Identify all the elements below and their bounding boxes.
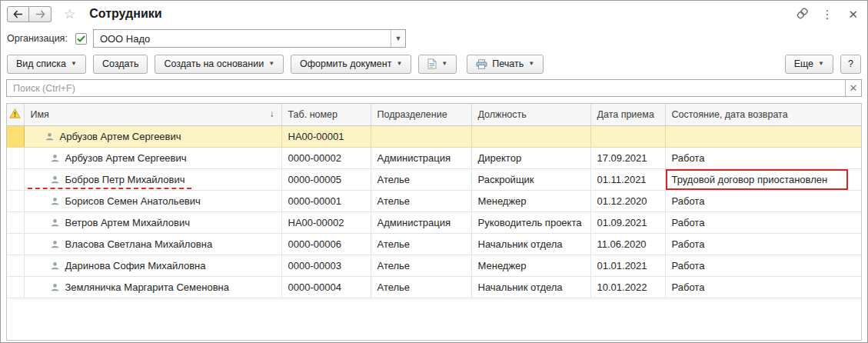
forward-button[interactable]: [29, 6, 52, 22]
tab-number-cell[interactable]: 0000-00002: [281, 147, 371, 168]
table-row[interactable]: Даринова София Михайловна 0000-00003 Ате…: [7, 255, 861, 276]
more-button[interactable]: Еще ▼: [785, 55, 833, 74]
department-cell[interactable]: [371, 125, 471, 147]
more-menu-icon[interactable]: ⋮: [821, 8, 833, 20]
arrow-right-icon: [35, 10, 45, 18]
hire-date-cell[interactable]: 01.11.2021: [590, 168, 665, 190]
status-cell[interactable]: [665, 125, 861, 147]
row-marker-cell: [7, 276, 24, 298]
table-row[interactable]: Борисов Семен Анатольевич 0000-00001 Ате…: [7, 190, 861, 211]
hire-date-cell[interactable]: 01.09.2021: [590, 211, 665, 233]
status-cell[interactable]: Работа: [665, 255, 861, 276]
view-list-button[interactable]: Вид списка ▼: [7, 55, 86, 74]
position-cell[interactable]: Начальник отдела: [471, 233, 590, 255]
hire-date-cell[interactable]: 17.09.2021: [590, 147, 665, 168]
department-cell[interactable]: Ателье: [371, 255, 471, 276]
tab-number-cell[interactable]: НА00-00002: [281, 211, 371, 233]
help-button[interactable]: ?: [840, 55, 861, 74]
employee-name-cell[interactable]: Арбузов Артем Сергеевич: [24, 125, 281, 147]
row-marker-cell: [7, 190, 24, 211]
organization-value: ООО Надо: [94, 33, 391, 45]
row-marker-cell: [7, 233, 24, 255]
column-header-position[interactable]: Должность: [471, 104, 590, 125]
column-header-name[interactable]: Имя ↓: [24, 104, 281, 125]
position-cell[interactable]: Раскройщик: [471, 168, 590, 190]
clear-search-button[interactable]: ✕: [845, 80, 861, 96]
department-cell[interactable]: Ателье: [371, 190, 471, 211]
column-header-department[interactable]: Подразделение: [371, 104, 471, 125]
hire-date-cell[interactable]: 10.01.2022: [590, 276, 665, 298]
back-button[interactable]: [7, 6, 29, 22]
more-label: Еще: [794, 58, 813, 69]
tab-number-cell[interactable]: НА00-00001: [281, 125, 371, 147]
table-row[interactable]: Арбузов Артем Сергеевич НА00-00001: [7, 125, 861, 147]
table-row[interactable]: Власова Светлана Михайловна 0000-00006 А…: [7, 233, 861, 255]
favorite-star-icon[interactable]: ☆: [64, 8, 75, 21]
employee-name-cell[interactable]: Земляничка Маргарита Семеновна: [24, 276, 281, 298]
tab-number-cell[interactable]: 0000-00001: [281, 190, 371, 211]
organization-select[interactable]: ООО Надо ▼: [93, 29, 406, 48]
tab-number-cell[interactable]: 0000-00004: [281, 276, 371, 298]
chevron-down-icon: ▼: [441, 61, 447, 67]
help-label: ?: [848, 58, 853, 69]
department-cell[interactable]: Ателье: [371, 233, 471, 255]
status-cell[interactable]: Работа: [665, 211, 861, 233]
titlebar-actions: ⋮ ✕: [798, 7, 858, 21]
table-row[interactable]: Земляничка Маргарита Семеновна 0000-0000…: [7, 276, 861, 298]
create-button[interactable]: Создать: [93, 55, 148, 74]
position-cell[interactable]: Руководитель проекта: [471, 211, 590, 233]
department-cell[interactable]: Ателье: [371, 168, 471, 190]
link-icon[interactable]: [798, 7, 806, 21]
position-cell[interactable]: Менеджер: [471, 190, 590, 211]
status-cell[interactable]: Работа: [665, 190, 861, 211]
position-cell[interactable]: Менеджер: [471, 255, 590, 276]
chevron-down-icon: ▼: [818, 61, 824, 67]
issue-document-button[interactable]: Оформить документ ▼: [291, 55, 411, 74]
column-header-status[interactable]: Состояние, дата возврата: [665, 104, 861, 125]
tab-number-cell[interactable]: 0000-00006: [281, 233, 371, 255]
department-cell[interactable]: Администрация: [371, 211, 471, 233]
status-cell[interactable]: Трудовой договор приостановлен: [665, 168, 861, 190]
employees-table: Имя ↓ Таб. номер Подразделение Должность…: [6, 103, 862, 341]
employee-name-cell[interactable]: Борисов Семен Анатольевич: [24, 190, 281, 211]
employee-name-cell[interactable]: Власова Светлана Михайловна: [24, 233, 281, 255]
table-row[interactable]: Ветров Артем Михайлович НА00-00002 Админ…: [7, 211, 861, 233]
column-header-hire-date[interactable]: Дата приема: [590, 104, 665, 125]
chevron-down-icon[interactable]: ▼: [391, 30, 405, 47]
table-row[interactable]: Бобров Петр Михайлович 0000-00005 Ателье…: [7, 168, 861, 190]
employee-name-cell[interactable]: Даринова София Михайловна: [24, 255, 281, 276]
search-input[interactable]: [7, 80, 845, 96]
position-cell[interactable]: Директор: [471, 147, 590, 168]
page-title: Сотрудники: [89, 7, 161, 21]
status-cell[interactable]: Работа: [665, 147, 861, 168]
employee-name: Ветров Артем Михайлович: [65, 217, 190, 228]
hire-date-cell[interactable]: 01.12.2020: [590, 190, 665, 211]
sort-descending-icon[interactable]: ↓: [270, 108, 274, 119]
table-row[interactable]: Арбузов Артем Сергеевич 0000-00002 Админ…: [7, 147, 861, 168]
department-cell[interactable]: Ателье: [371, 276, 471, 298]
employee-name-cell[interactable]: Арбузов Артем Сергеевич: [24, 147, 281, 168]
create-based-on-button[interactable]: Создать на основании ▼: [155, 55, 284, 74]
column-header-tab-number[interactable]: Таб. номер: [281, 104, 371, 125]
position-cell[interactable]: Начальник отдела: [471, 276, 590, 298]
document-template-button[interactable]: ▼: [418, 55, 457, 74]
status-cell[interactable]: Работа: [665, 233, 861, 255]
hire-date-cell[interactable]: 11.06.2020: [590, 233, 665, 255]
printer-icon: [476, 59, 487, 69]
person-icon: [50, 175, 60, 184]
close-icon[interactable]: ✕: [848, 8, 858, 20]
department-cell[interactable]: Администрация: [371, 147, 471, 168]
employee-name: Власова Светлана Михайловна: [65, 238, 213, 250]
warning-column-header[interactable]: [7, 104, 24, 125]
hire-date-cell[interactable]: 01.01.2021: [590, 255, 665, 276]
print-button[interactable]: Печать ▼: [467, 55, 544, 74]
chevron-down-icon: ▼: [528, 61, 534, 67]
hire-date-cell[interactable]: [590, 125, 665, 147]
organization-checkbox[interactable]: [75, 33, 87, 45]
tab-number-cell[interactable]: 0000-00003: [281, 255, 371, 276]
position-cell[interactable]: [471, 125, 590, 147]
employee-name-cell[interactable]: Бобров Петр Михайлович: [24, 168, 281, 190]
employee-name-cell[interactable]: Ветров Артем Михайлович: [24, 211, 281, 233]
status-cell[interactable]: Работа: [665, 276, 861, 298]
tab-number-cell[interactable]: 0000-00005: [281, 168, 371, 190]
